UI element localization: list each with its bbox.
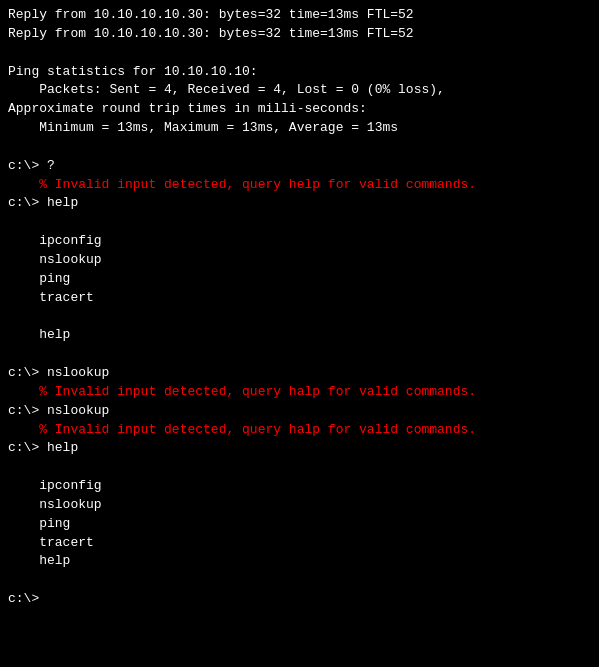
- terminal-line: [8, 571, 591, 590]
- terminal-line: [8, 44, 591, 63]
- terminal-line: c:\> ?: [8, 157, 591, 176]
- terminal-line: ping: [8, 515, 591, 534]
- terminal-line: ipconfig: [8, 477, 591, 496]
- terminal-window: Reply from 10.10.10.10.30: bytes=32 time…: [0, 0, 599, 667]
- terminal-line: c:\> nslookup: [8, 364, 591, 383]
- terminal-line: tracert: [8, 289, 591, 308]
- terminal-line: nslookup: [8, 251, 591, 270]
- terminal-line: Minimum = 13ms, Maximum = 13ms, Average …: [8, 119, 591, 138]
- terminal-line: [8, 458, 591, 477]
- terminal-line: Reply from 10.10.10.10.30: bytes=32 time…: [8, 25, 591, 44]
- terminal-line: % Invalid input detected, query halp for…: [8, 383, 591, 402]
- terminal-line: % Invalid input detected, query help for…: [8, 176, 591, 195]
- terminal-line: c:\>: [8, 590, 591, 609]
- terminal-line: Reply from 10.10.10.10.30: bytes=32 time…: [8, 6, 591, 25]
- terminal-line: c:\> nslookup: [8, 402, 591, 421]
- terminal-line: ipconfig: [8, 232, 591, 251]
- terminal-line: c:\> help: [8, 194, 591, 213]
- terminal-line: help: [8, 326, 591, 345]
- terminal-line: nslookup: [8, 496, 591, 515]
- terminal-line: [8, 345, 591, 364]
- terminal-line: Approximate round trip times in milli-se…: [8, 100, 591, 119]
- terminal-line: help: [8, 552, 591, 571]
- terminal-line: Ping statistics for 10.10.10.10:: [8, 63, 591, 82]
- terminal-line: [8, 213, 591, 232]
- terminal-line: c:\> help: [8, 439, 591, 458]
- terminal-line: [8, 138, 591, 157]
- terminal-line: tracert: [8, 534, 591, 553]
- terminal-line: % Invalid input detected, query halp for…: [8, 421, 591, 440]
- terminal-line: [8, 308, 591, 327]
- terminal-line: Packets: Sent = 4, Received = 4, Lost = …: [8, 81, 591, 100]
- terminal-line: ping: [8, 270, 591, 289]
